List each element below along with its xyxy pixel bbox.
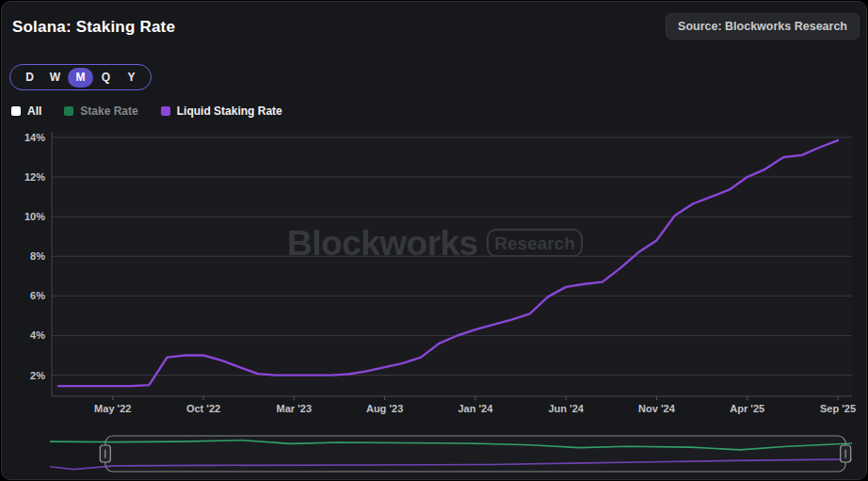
y-axis-label: 4% [30, 329, 45, 341]
watermark-brand: Blockworks [287, 224, 478, 263]
x-axis-label: Jun '24 [548, 403, 584, 414]
chart-canvas: 2%4%6%8%10%12%14%BlockworksResearchMay '… [0, 0, 868, 481]
y-axis-label: 8% [30, 250, 45, 262]
y-axis-label: 12% [24, 171, 45, 183]
y-axis-label: 2% [30, 370, 45, 381]
x-axis-label: Nov '24 [638, 403, 676, 414]
x-axis-label: Jan '24 [458, 403, 493, 414]
y-axis-label: 14% [24, 132, 45, 143]
x-axis-label: Apr '25 [730, 403, 764, 414]
y-axis-label: 6% [30, 290, 45, 301]
y-axis-label: 10% [24, 211, 45, 222]
x-axis-label: Aug '23 [366, 403, 403, 414]
x-axis-label: Mar '23 [277, 403, 312, 414]
staking-rate-widget: Solana: Staking Rate Source: Blockworks … [0, 0, 868, 481]
x-axis-label: Sep '25 [820, 403, 856, 414]
x-axis-label: May '22 [94, 403, 131, 414]
x-axis-label: Oct '22 [186, 403, 220, 414]
navigator-brush[interactable] [105, 436, 845, 472]
watermark-badge: Research [494, 233, 575, 253]
